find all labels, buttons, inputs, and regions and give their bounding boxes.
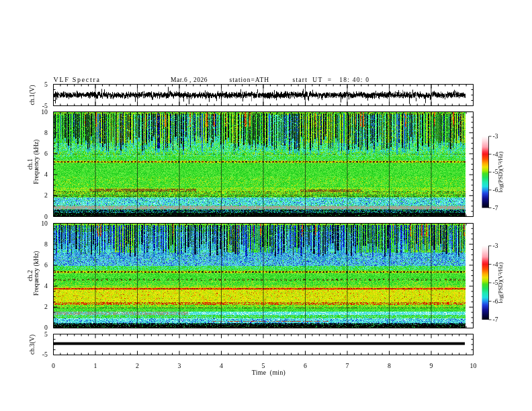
- svg-text:2: 2: [44, 191, 48, 199]
- svg-text:10: 10: [470, 362, 477, 369]
- svg-text:0: 0: [52, 362, 55, 369]
- svg-text:Frequency (kHz): Frequency (kHz): [32, 140, 40, 185]
- svg-text:station=ATH: station=ATH: [230, 77, 270, 83]
- svg-text:log(PSD)(V²/Hz): log(PSD)(V²/Hz): [497, 152, 504, 193]
- svg-text:log(PSD)(V²/Hz): log(PSD)(V²/Hz): [497, 263, 504, 304]
- svg-text:5: 5: [44, 81, 48, 88]
- svg-text:-3: -3: [493, 133, 498, 140]
- svg-text:6: 6: [304, 362, 307, 369]
- svg-text:Frequency (kHz): Frequency (kHz): [32, 251, 40, 296]
- svg-text:6: 6: [44, 150, 48, 157]
- svg-text:start UT = 18: 40: 0: start UT = 18: 40: 0: [293, 77, 370, 83]
- svg-text:VLF Spectra: VLF Spectra: [54, 76, 101, 83]
- svg-text:10: 10: [41, 220, 48, 227]
- svg-text:7: 7: [346, 362, 349, 369]
- svg-text:Mar.6 , 2026: Mar.6 , 2026: [171, 77, 208, 83]
- svg-text:Time (min): Time (min): [252, 369, 285, 377]
- svg-text:6: 6: [44, 261, 48, 269]
- svg-text:4: 4: [220, 362, 223, 369]
- svg-text:ch.3(V): ch.3(V): [28, 334, 36, 355]
- svg-text:-7: -7: [493, 316, 498, 323]
- svg-text:2: 2: [136, 362, 139, 369]
- svg-text:1: 1: [94, 362, 97, 369]
- svg-text:-7: -7: [493, 205, 498, 212]
- svg-text:3: 3: [178, 362, 181, 369]
- svg-text:ch.1(V): ch.1(V): [28, 85, 36, 105]
- svg-text:-3: -3: [493, 242, 498, 249]
- svg-text:10: 10: [41, 108, 48, 116]
- svg-text:2: 2: [44, 303, 48, 310]
- svg-text:4: 4: [44, 282, 48, 289]
- svg-text:4: 4: [44, 171, 48, 178]
- svg-text:5: 5: [44, 330, 48, 338]
- svg-text:8: 8: [44, 240, 48, 248]
- svg-text:9: 9: [430, 362, 433, 369]
- svg-text:-5: -5: [42, 351, 48, 358]
- svg-text:8: 8: [44, 129, 48, 136]
- svg-text:8: 8: [388, 362, 391, 369]
- svg-text:0: 0: [44, 213, 48, 220]
